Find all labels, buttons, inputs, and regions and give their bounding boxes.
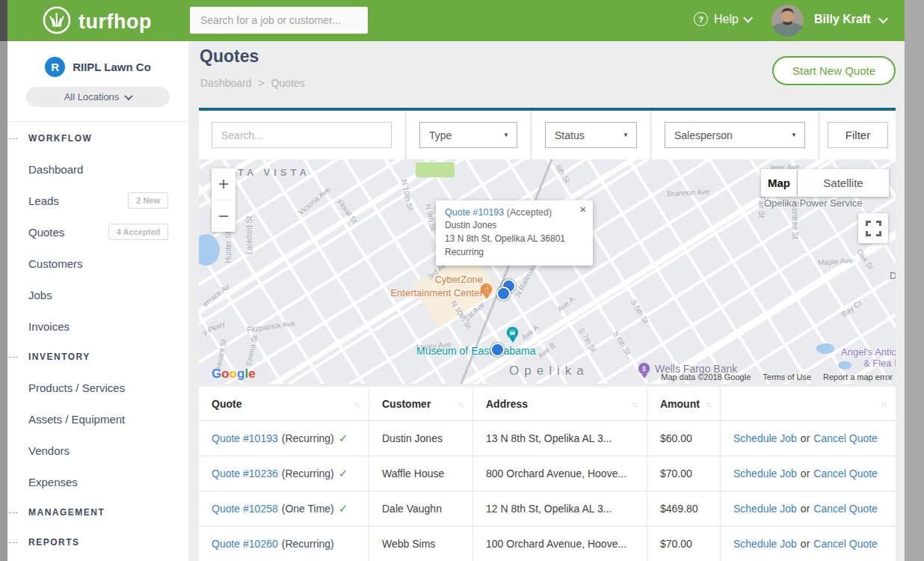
quote-cell: Quote #10236 (Recurring) ✓ <box>199 456 369 491</box>
global-search-input[interactable] <box>190 7 368 34</box>
sort-icon[interactable]: ↑↓ <box>881 399 886 408</box>
actions-cell: Schedule Job or Cancel Quote <box>720 456 896 491</box>
zoom-in-button[interactable]: + <box>212 168 235 200</box>
terms-of-use-link[interactable]: Terms of Use <box>763 373 811 381</box>
sidebar-item-invoices[interactable]: Invoices <box>7 310 188 342</box>
page-header: Quotes Dashboard > Quotes Start New Quot… <box>188 41 905 108</box>
user-menu[interactable]: Billy Kraft <box>814 13 887 26</box>
table-header-row: Quote ↑↓ Customer ↑↓ Address ↑↓ Amount ↑… <box>199 387 896 421</box>
quote-marker-selected[interactable] <box>496 286 511 301</box>
address-cell: 13 N 8th St, Opelika AL 3... <box>472 421 647 456</box>
museum-marker[interactable]: 🏛 <box>507 327 518 338</box>
satellite-type-button[interactable]: Satellite <box>798 169 889 197</box>
quote-link[interactable]: Quote #10258 <box>212 503 278 515</box>
section-label: MANAGEMENT <box>28 507 105 518</box>
schedule-job-link[interactable]: Schedule Job <box>733 503 797 515</box>
column-header-address[interactable]: Address ↑↓ <box>472 387 647 420</box>
start-new-quote-button[interactable]: Start New Quote <box>772 56 896 85</box>
sidebar-nav: --- WORKFLOW Dashboard Leads 2 New Quote… <box>7 123 188 557</box>
type-dropdown[interactable]: Type ▼ <box>419 122 517 148</box>
fullscreen-button[interactable] <box>858 213 888 243</box>
turfhop-grass-icon <box>42 5 72 38</box>
sidebar-item-vendors[interactable]: Vendors <box>7 435 188 466</box>
column-header-actions[interactable]: ↑↓ <box>720 387 896 420</box>
quote-link[interactable]: Quote #10193 <box>212 432 278 444</box>
user-name: Billy Kraft <box>814 13 871 26</box>
type-dropdown-label: Type <box>429 129 452 141</box>
amount-cell: $469.80 <box>647 491 720 526</box>
infowindow-customer: Dustin Jones <box>445 219 584 231</box>
company-header: R RIIPL Lawn Co <box>7 57 188 77</box>
address-cell: 800 Orchard Avenue, Hoove... <box>472 456 647 491</box>
google-logo[interactable]: Google <box>212 367 256 381</box>
company-name: RIIPL Lawn Co <box>73 61 151 73</box>
quote-marker[interactable] <box>490 343 505 357</box>
help-menu[interactable]: ? Help <box>694 12 751 26</box>
salesperson-dropdown-label: Salesperson <box>674 129 733 141</box>
sidebar-item-leads[interactable]: Leads 2 New <box>7 185 188 216</box>
infowindow-close-icon[interactable]: × <box>579 204 586 215</box>
sort-icon[interactable]: ↑↓ <box>354 399 359 408</box>
breadcrumb: Dashboard > Quotes <box>200 77 305 89</box>
sidebar-item-assets-equipment[interactable]: Assets / Equipment <box>7 403 188 435</box>
schedule-job-link[interactable]: Schedule Job <box>733 538 797 550</box>
cancel-quote-link[interactable]: Cancel Quote <box>813 538 878 550</box>
column-header-customer[interactable]: Customer ↑↓ <box>369 387 472 420</box>
nav-section-reports[interactable]: --- REPORTS <box>7 527 188 557</box>
column-header-amount[interactable]: Amount ↑↓ <box>647 387 720 420</box>
dining-icon: 🍴 <box>481 283 492 295</box>
location-selector[interactable]: All Locations <box>26 87 170 107</box>
infowindow-quote-link[interactable]: Quote #10193 <box>445 207 504 218</box>
location-selector-label: All Locations <box>64 91 120 102</box>
filter-status-section: Status ▼ <box>532 111 650 159</box>
schedule-job-link[interactable]: Schedule Job <box>733 468 797 479</box>
schedule-job-link[interactable]: Schedule Job <box>733 432 797 444</box>
report-map-error-link[interactable]: Report a map error <box>823 373 893 381</box>
map-canvas[interactable]: N 10th St N 9th St Victoria Ave Floral S… <box>199 159 896 384</box>
sort-icon[interactable]: ↑↓ <box>632 399 637 408</box>
poi-label-power-service: Opelika Power Service <box>764 197 863 209</box>
main-content: Quotes Dashboard > Quotes Start New Quot… <box>188 41 905 561</box>
brand-logo[interactable]: turfhop <box>42 5 152 38</box>
cancel-quote-link[interactable]: Cancel Quote <box>813 468 878 479</box>
street-label: Lankford St <box>245 216 253 254</box>
quotes-search-input[interactable] <box>212 122 392 148</box>
zoom-out-button[interactable]: − <box>212 200 235 232</box>
quote-cell: Quote #10258 (One Time) ✓ <box>199 491 369 526</box>
nav-section-management[interactable]: --- MANAGEMENT <box>7 497 188 527</box>
breadcrumb-dashboard[interactable]: Dashboard <box>200 77 252 89</box>
sort-icon[interactable]: ↑↓ <box>705 399 710 408</box>
map-type-button[interactable]: Map <box>761 169 797 197</box>
cancel-quote-link[interactable]: Cancel Quote <box>813 503 878 515</box>
sidebar-item-customers[interactable]: Customers <box>7 248 188 279</box>
quotes-badge: 4 Accepted <box>108 224 168 240</box>
sort-icon[interactable]: ↑↓ <box>458 399 463 408</box>
filter-button[interactable]: Filter <box>828 122 888 148</box>
quote-link[interactable]: Quote #10236 <box>212 468 278 479</box>
sidebar-item-label: Jobs <box>28 289 52 301</box>
table-row: Quote #10236 (Recurring) ✓ Waffle House … <box>199 456 896 491</box>
sidebar-item-dashboard[interactable]: Dashboard <box>7 153 188 185</box>
user-avatar[interactable] <box>771 4 804 37</box>
salesperson-dropdown[interactable]: Salesperson ▼ <box>665 122 805 148</box>
page-title: Quotes <box>200 46 259 67</box>
help-icon: ? <box>694 12 708 26</box>
sidebar-item-products-services[interactable]: Products / Services <box>7 372 188 403</box>
cancel-quote-link[interactable]: Cancel Quote <box>813 432 878 444</box>
sidebar-item-expenses[interactable]: Expenses <box>7 466 188 497</box>
bank-marker[interactable]: $ <box>638 363 650 374</box>
window-scrollbar-area[interactable] <box>905 0 924 561</box>
infowindow-status: (Accepted) <box>507 207 552 218</box>
sidebar-item-jobs[interactable]: Jobs <box>7 279 188 310</box>
neighborhood-label: TA VISTA <box>238 167 310 178</box>
quote-link[interactable]: Quote #10260 <box>212 538 278 550</box>
actions-cell: Schedule Job or Cancel Quote <box>720 491 896 526</box>
column-header-quote[interactable]: Quote ↑↓ <box>199 387 369 420</box>
restaurant-marker[interactable]: 🍴 <box>481 283 492 295</box>
sidebar-item-label: Quotes <box>28 226 64 239</box>
status-dropdown[interactable]: Status ▼ <box>545 122 637 148</box>
poi-label-line: Angel's Antiqu <box>831 346 896 358</box>
customer-cell: Dustin Jones <box>369 421 472 456</box>
or-text: or <box>801 468 810 479</box>
sidebar-item-quotes[interactable]: Quotes 4 Accepted <box>7 216 188 248</box>
